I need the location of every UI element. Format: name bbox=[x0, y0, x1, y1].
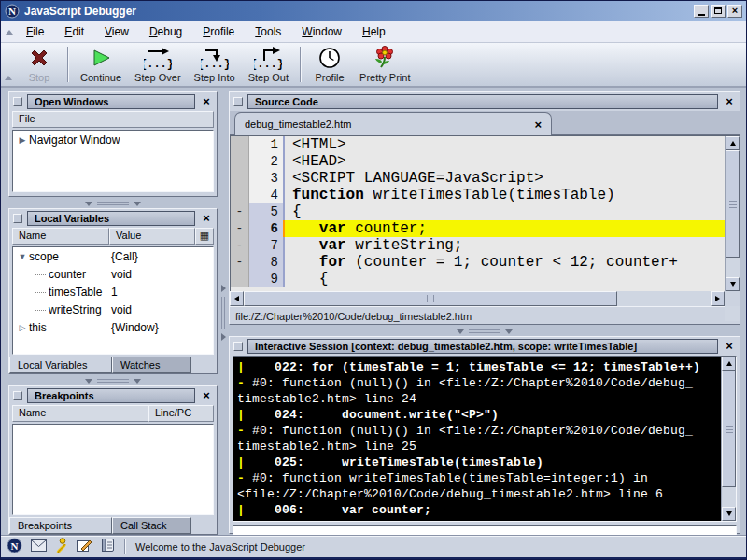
close-icon[interactable]: × bbox=[200, 95, 213, 108]
scroll-down-button[interactable] bbox=[726, 277, 740, 291]
source-line[interactable]: - 7 var writeString; bbox=[231, 237, 725, 254]
column-header-value[interactable]: Value bbox=[109, 228, 195, 245]
addressbook-icon[interactable] bbox=[101, 538, 115, 556]
source-line[interactable]: 4 function writeTimesTable(timesTable) bbox=[231, 187, 725, 203]
tree-item-navigator-window[interactable]: ▶ Navigator Window bbox=[13, 131, 213, 148]
menu-item[interactable]: Debug bbox=[141, 22, 190, 41]
aim-icon[interactable] bbox=[55, 538, 68, 557]
tab-watches[interactable]: Watches bbox=[112, 357, 191, 373]
breakpoint-margin[interactable]: - bbox=[231, 220, 249, 237]
maximize-button[interactable] bbox=[711, 5, 726, 18]
expander-icon[interactable]: ▼ bbox=[16, 252, 29, 261]
breakpoint-margin[interactable] bbox=[231, 170, 249, 187]
variable-name: scope bbox=[29, 250, 111, 263]
close-icon[interactable]: × bbox=[534, 118, 542, 132]
scroll-up-button[interactable] bbox=[726, 136, 740, 150]
scrollbar-thumb[interactable] bbox=[244, 291, 617, 306]
variable-row[interactable]: timesTable 1 bbox=[13, 283, 213, 301]
expander-icon[interactable]: ▷ bbox=[16, 323, 29, 332]
step-out-button[interactable]: {...} Step Out bbox=[242, 43, 295, 86]
menu-item[interactable]: Tools bbox=[247, 22, 289, 41]
menu-item[interactable]: Window bbox=[293, 22, 350, 41]
console-vertical-scrollbar[interactable] bbox=[721, 357, 736, 521]
breakpoint-margin[interactable]: - bbox=[231, 237, 249, 254]
vertical-splitter[interactable] bbox=[218, 88, 229, 538]
breakpoint-margin[interactable] bbox=[231, 271, 249, 287]
panel-grip-icon[interactable] bbox=[13, 214, 22, 223]
menu-item[interactable]: Edit bbox=[56, 22, 92, 41]
scroll-right-button[interactable] bbox=[711, 291, 725, 306]
variable-row[interactable]: writeString void bbox=[13, 301, 213, 318]
source-line[interactable]: 3 <SCRIPT LANGUAGE=JavaScript> bbox=[231, 170, 725, 187]
mail-icon[interactable] bbox=[31, 539, 47, 555]
scrollbar-thumb[interactable] bbox=[726, 150, 740, 258]
menu-item[interactable]: Help bbox=[354, 22, 394, 41]
line-number: 8 bbox=[249, 254, 285, 271]
close-icon[interactable]: × bbox=[723, 340, 736, 353]
close-icon[interactable]: × bbox=[200, 389, 213, 402]
tab-debug-timestable2[interactable]: debug_timestable2.htm × bbox=[234, 112, 552, 135]
console-output[interactable]: | 022: for (timesTable = 1; timesTable <… bbox=[233, 356, 737, 522]
menu-item[interactable]: File bbox=[18, 22, 52, 41]
menubar-grippy[interactable] bbox=[6, 30, 13, 35]
source-line[interactable]: 1 <HTML> bbox=[231, 136, 725, 153]
expander-icon[interactable]: ▶ bbox=[16, 135, 29, 145]
close-icon[interactable]: × bbox=[200, 212, 213, 225]
source-code-view[interactable]: 1 <HTML> 2 <HEAD> 3 <SCRIP bbox=[231, 136, 725, 291]
local-variables-list[interactable]: ▼ scope {Call} counter void timesTable 1 bbox=[12, 246, 214, 355]
column-header-line-pc[interactable]: Line/PC bbox=[148, 405, 214, 422]
variable-row[interactable]: ▷ this {Window} bbox=[13, 318, 213, 336]
scrollbar-thumb[interactable] bbox=[722, 371, 736, 487]
tab-local-variables[interactable]: Local Variables bbox=[9, 357, 112, 373]
breakpoint-margin[interactable] bbox=[231, 187, 249, 203]
panel-grip-icon[interactable] bbox=[13, 97, 22, 106]
menu-item[interactable]: View bbox=[96, 22, 137, 41]
step-into-button[interactable]: {...} Step Into bbox=[188, 43, 242, 86]
profile-button[interactable]: Profile bbox=[306, 43, 353, 86]
panel-grip-icon[interactable] bbox=[233, 342, 243, 351]
line-number: 3 bbox=[249, 170, 285, 187]
source-horizontal-scrollbar[interactable] bbox=[230, 291, 725, 306]
breakpoint-margin[interactable]: - bbox=[231, 254, 249, 271]
breakpoint-margin[interactable]: - bbox=[231, 203, 249, 220]
columns-picker-icon[interactable]: ▦ bbox=[195, 228, 214, 245]
continue-button[interactable]: Continue bbox=[74, 43, 128, 86]
tab-call-stack[interactable]: Call Stack bbox=[112, 517, 191, 534]
pretty-print-button[interactable]: Pretty Print bbox=[353, 43, 416, 86]
open-windows-list[interactable]: ▶ Navigator Window bbox=[12, 130, 214, 192]
horizontal-splitter[interactable] bbox=[8, 376, 218, 385]
column-header-name[interactable]: Name bbox=[12, 405, 148, 422]
menu-item[interactable]: Profile bbox=[194, 22, 243, 41]
breakpoint-margin[interactable] bbox=[231, 153, 249, 170]
scroll-up-button[interactable] bbox=[722, 357, 736, 371]
source-line[interactable]: - 5 { bbox=[231, 203, 725, 220]
source-line[interactable]: 9 { bbox=[231, 271, 725, 287]
breakpoint-margin[interactable] bbox=[231, 136, 249, 153]
scroll-left-button[interactable] bbox=[230, 291, 244, 306]
step-over-button[interactable]: {...} Step Over bbox=[128, 43, 188, 86]
minimize-button[interactable] bbox=[694, 5, 709, 18]
variable-name: writeString bbox=[49, 303, 111, 316]
horizontal-splitter[interactable] bbox=[8, 199, 218, 208]
source-vertical-scrollbar[interactable] bbox=[725, 136, 740, 291]
tab-breakpoints[interactable]: Breakpoints bbox=[9, 517, 112, 534]
stop-button[interactable]: Stop bbox=[16, 43, 63, 86]
netscape-icon[interactable]: N bbox=[7, 538, 22, 557]
panel-grip-icon[interactable] bbox=[233, 97, 243, 106]
stop-icon bbox=[27, 46, 51, 70]
close-window-button[interactable]: × bbox=[727, 5, 742, 18]
column-header-file[interactable]: File bbox=[12, 111, 214, 128]
horizontal-splitter[interactable] bbox=[229, 327, 740, 336]
source-line[interactable]: 2 <HEAD> bbox=[231, 153, 725, 170]
breakpoints-list[interactable] bbox=[12, 424, 214, 515]
toolbar-grippy[interactable] bbox=[5, 76, 12, 80]
variable-row[interactable]: counter void bbox=[13, 265, 213, 283]
variable-row[interactable]: ▼ scope {Call} bbox=[13, 247, 213, 265]
source-line[interactable]: - 6 var counter; bbox=[231, 220, 725, 237]
close-icon[interactable]: × bbox=[723, 95, 736, 108]
composer-icon[interactable] bbox=[77, 539, 92, 556]
column-header-name[interactable]: Name bbox=[12, 228, 109, 245]
scroll-down-button[interactable] bbox=[722, 507, 736, 521]
panel-grip-icon[interactable] bbox=[13, 391, 22, 400]
source-line[interactable]: - 8 for (counter = 1; counter < 12; coun… bbox=[231, 254, 725, 271]
